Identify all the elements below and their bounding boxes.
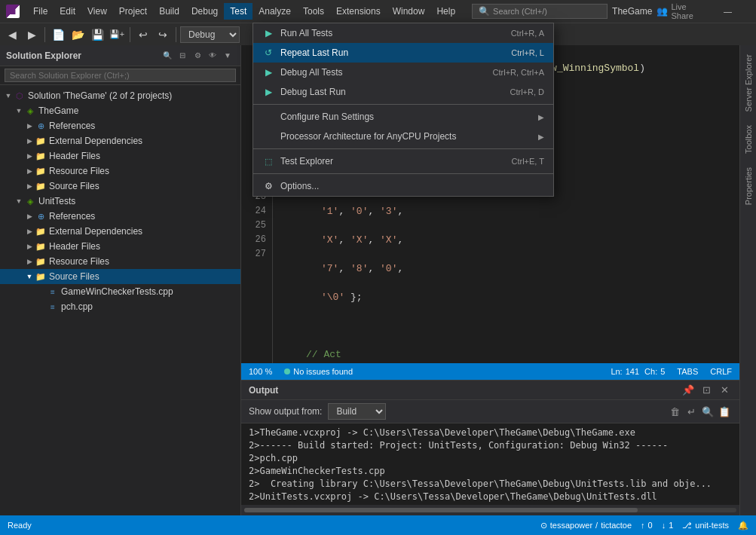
se-tree: ▼ ⬡ Solution 'TheGame' (2 of 2 projects)… [0, 85, 240, 515]
output-content: 1>TheGame.vcxproj -> C:\Users\Tessa\Deve… [241, 423, 739, 505]
output-find-icon[interactable]: 🔍 [700, 404, 715, 419]
tree-node-tg-source[interactable]: ▶ 📁 Source Files [0, 179, 240, 194]
ready-label: Ready [8, 521, 32, 530]
menu-analyze[interactable]: Analyze [253, 3, 297, 20]
menu-item-repeat-last-run[interactable]: ↺ Repeat Last Run Ctrl+R, L [253, 43, 553, 63]
sep1 [44, 27, 45, 42]
run-all-tests-shortcut: Ctrl+R, A [511, 29, 544, 38]
tree-node-solution[interactable]: ▼ ⬡ Solution 'TheGame' (2 of 2 projects) [0, 88, 240, 103]
code-line-23: // Act [280, 347, 732, 362]
se-menu-icon[interactable]: ▼ [221, 49, 234, 63]
live-share-label[interactable]: Live Share [671, 2, 705, 20]
restore-button[interactable]: ❐ [745, 0, 756, 23]
tree-node-unittests[interactable]: ▼ ◈ UnitTests [0, 194, 240, 209]
unittests-label: UnitTests [38, 196, 75, 206]
redo-button[interactable]: ↪ [154, 26, 172, 44]
menu-build[interactable]: Build [153, 3, 185, 20]
tree-node-ut-pch[interactable]: ≡ pch.cpp [0, 299, 240, 314]
se-search-input[interactable] [5, 69, 236, 82]
menu-item-processor-arch[interactable]: Processor Architecture for AnyCPU Projec… [253, 127, 553, 146]
output-panel: Output 📌 ⊡ ✕ Show output from: Build Deb… [241, 380, 739, 515]
bell-icon: 🔔 [738, 521, 748, 530]
menu-test[interactable]: Test [224, 3, 253, 20]
menu-extensions[interactable]: Extensions [330, 3, 387, 20]
editor-status: 100 % No issues found Ln: 141 Ch: 5 TABS… [241, 363, 739, 380]
menu-view[interactable]: View [81, 3, 113, 20]
github-repo: tictactoe [601, 521, 632, 530]
tree-node-tg-resources[interactable]: ▶ 📁 Resource Files [0, 164, 240, 179]
tree-node-tg-extdeps[interactable]: ▶ 📁 External Dependencies [0, 133, 240, 148]
line-ending: CRLF [710, 367, 732, 376]
issues-status: No issues found [284, 367, 353, 376]
tree-node-tg-headers[interactable]: ▶ 📁 Header Files [0, 148, 240, 164]
menu-file[interactable]: File [27, 3, 54, 20]
se-properties-icon[interactable]: ⚙ [191, 49, 204, 63]
output-toolbar: Show output from: Build Debug General 🗑 … [241, 400, 739, 423]
toolbox-tab[interactable]: Toolbox [742, 119, 755, 160]
tree-node-ut-source[interactable]: ▼ 📁 Source Files [0, 269, 240, 284]
new-file-button[interactable]: 📄 [49, 26, 67, 44]
menu-debug[interactable]: Debug [185, 3, 224, 20]
branch-name[interactable]: ⎇ unit-tests [682, 521, 729, 530]
repeat-last-run-shortcut: Ctrl+R, L [511, 48, 544, 57]
window-title: TheGame [612, 6, 652, 17]
tree-node-tg-refs[interactable]: ▶ ⊕ References [0, 118, 240, 133]
tree-node-ut-headers[interactable]: ▶ 📁 Header Files [0, 239, 240, 254]
forward-button[interactable]: ▶ [23, 26, 41, 44]
github-user-repo[interactable]: ⊙ tessapower / tictactoe [540, 521, 632, 530]
tree-node-thegame[interactable]: ▼ ◈ TheGame [0, 103, 240, 118]
tg-source-label: Source Files [49, 181, 99, 191]
menu-project[interactable]: Project [113, 3, 153, 20]
commits-down[interactable]: ↓ 1 [662, 521, 674, 530]
back-button[interactable]: ◀ [3, 26, 21, 44]
output-scrollbar[interactable] [241, 505, 739, 515]
menu-item-run-all-tests[interactable]: ▶ Run All Tests Ctrl+R, A [253, 23, 553, 43]
repeat-last-run-label: Repeat Last Run [280, 47, 505, 58]
vs-logo: ■ [6, 5, 20, 18]
show-output-label: Show output from: [249, 406, 322, 417]
menu-item-debug-last-run[interactable]: ▶ Debug Last Run Ctrl+R, D [253, 82, 553, 102]
undo-button[interactable]: ↩ [134, 26, 152, 44]
code-line-18: '1', '0', '3', [280, 204, 732, 219]
menu-tools[interactable]: Tools [297, 3, 330, 20]
commits-up[interactable]: ↑ 0 [641, 521, 653, 530]
properties-tab[interactable]: Properties [742, 161, 755, 211]
menu-divider-3 [253, 173, 553, 174]
project-icon-unittests: ◈ [24, 195, 36, 207]
save-all-button[interactable]: 💾+ [108, 26, 126, 44]
menu-item-options[interactable]: ⚙ Options... [253, 176, 553, 196]
menu-item-test-explorer[interactable]: ⬚ Test Explorer Ctrl+E, T [253, 151, 553, 171]
tree-node-ut-resources[interactable]: ▶ 📁 Resource Files [0, 254, 240, 269]
output-clear-icon[interactable]: 🗑 [667, 404, 682, 419]
se-search-icon[interactable]: 🔍 [161, 49, 174, 63]
references-icon-tg: ⊕ [35, 120, 47, 132]
server-explorer-tab[interactable]: Server Explorer [742, 48, 755, 118]
menu-item-configure-run-settings[interactable]: Configure Run Settings ▶ [253, 107, 553, 127]
menu-item-debug-all-tests[interactable]: ▶ Debug All Tests Ctrl+R, Ctrl+A [253, 63, 553, 82]
output-close-button[interactable]: ✕ [717, 383, 732, 398]
notification-bell[interactable]: 🔔 [738, 521, 748, 530]
minimize-button[interactable]: — [712, 0, 743, 23]
output-float-button[interactable]: ⊡ [699, 383, 714, 398]
config-dropdown[interactable]: Debug Release [180, 26, 240, 43]
se-preview-icon[interactable]: 👁 [206, 49, 219, 63]
save-button[interactable]: 💾 [88, 26, 106, 44]
output-source-dropdown[interactable]: Build Debug General [328, 403, 386, 420]
menu-help[interactable]: Help [430, 3, 461, 20]
output-copy-icon[interactable]: 📋 [717, 404, 732, 419]
folder-icon-tg-headers: 📁 [35, 150, 47, 162]
se-collapse-icon[interactable]: ⊟ [176, 49, 189, 63]
solution-explorer: Solution Explorer 🔍 ⊟ ⚙ 👁 ▼ ▼ ⬡ Solution… [0, 45, 241, 515]
tree-node-ut-extdeps[interactable]: ▶ 📁 External Dependencies [0, 224, 240, 239]
ut-source-label: Source Files [49, 271, 99, 282]
tree-node-ut-refs[interactable]: ▶ ⊕ References [0, 209, 240, 224]
open-file-button[interactable]: 📂 [69, 26, 87, 44]
menu-window[interactable]: Window [387, 3, 431, 20]
zoom-level: 100 % [249, 367, 272, 376]
output-pin-button[interactable]: 📌 [681, 383, 696, 398]
debug-all-tests-icon: ▶ [262, 66, 274, 78]
output-wrap-icon[interactable]: ↵ [684, 404, 699, 419]
tree-node-ut-gametests[interactable]: ≡ GameWinCheckerTests.cpp [0, 284, 240, 299]
tg-resources-label: Resource Files [49, 166, 109, 176]
menu-edit[interactable]: Edit [54, 3, 81, 20]
